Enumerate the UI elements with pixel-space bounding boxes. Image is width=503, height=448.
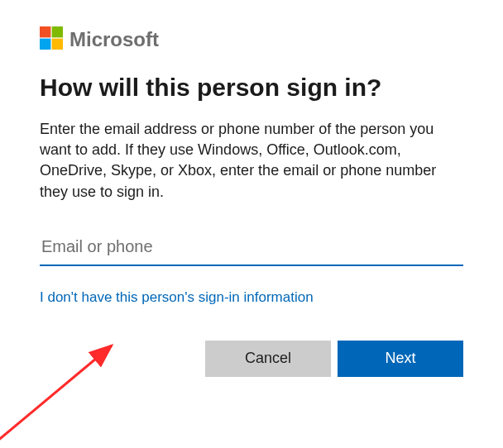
no-signin-info-link[interactable]: I don't have this person's sign-in infor…: [40, 289, 314, 306]
next-button[interactable]: Next: [338, 341, 463, 377]
brand-header: Microsoft: [40, 26, 463, 53]
cancel-button[interactable]: Cancel: [205, 341, 331, 377]
page-title: How will this person sign in?: [40, 73, 463, 102]
email-or-phone-input[interactable]: [40, 232, 463, 266]
microsoft-logo-icon: [40, 26, 63, 53]
svg-rect-3: [52, 39, 63, 50]
brand-name: Microsoft: [69, 28, 159, 51]
svg-rect-2: [40, 39, 50, 50]
svg-rect-1: [52, 26, 63, 37]
svg-rect-0: [40, 26, 50, 37]
dialog-button-row: Cancel Next: [40, 341, 463, 377]
email-input-wrap: [40, 232, 463, 266]
instructions-text: Enter the email address or phone number …: [40, 119, 463, 203]
